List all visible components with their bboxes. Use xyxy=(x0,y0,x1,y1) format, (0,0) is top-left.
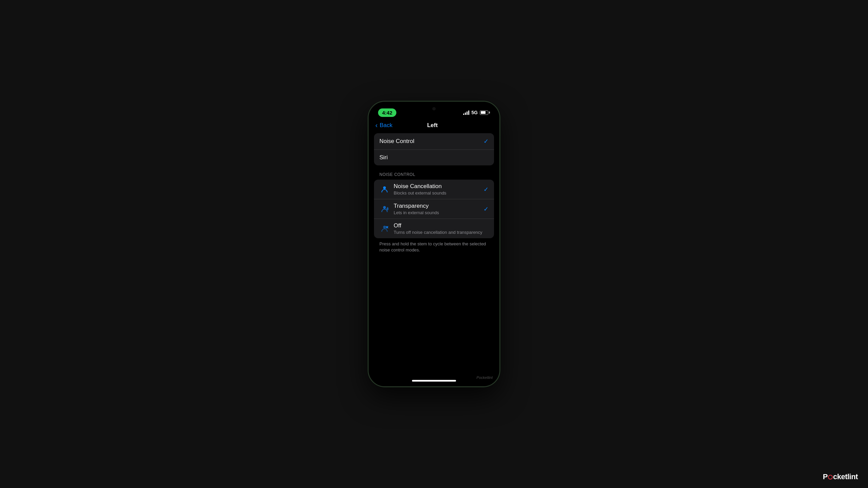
noise-control-checkmark: ✓ xyxy=(484,138,489,145)
battery-indicator xyxy=(480,110,490,115)
home-bar xyxy=(412,380,456,382)
noise-cancellation-text: Noise Cancellation Blocks out external s… xyxy=(394,183,479,196)
siri-option: Siri xyxy=(379,154,388,161)
camera-notch xyxy=(432,107,436,110)
transparency-title: Transparency xyxy=(394,203,479,209)
status-right: 5G xyxy=(463,110,490,115)
battery-fill xyxy=(481,111,486,114)
off-desc: Turns off noise cancellation and transpa… xyxy=(394,230,489,235)
back-chevron-icon: ‹ xyxy=(375,121,378,129)
o-circle-icon xyxy=(828,475,833,480)
network-label: 5G xyxy=(471,110,478,115)
off-svg xyxy=(380,224,389,233)
noise-cancellation-check: ✓ xyxy=(484,186,489,193)
status-bar: 4:42 5G xyxy=(369,102,499,119)
transparency-svg xyxy=(380,204,389,214)
noise-control-section: Noise Cancellation Blocks out external s… xyxy=(374,180,494,238)
off-title: Off xyxy=(394,222,489,229)
screen: 4:42 5G xyxy=(369,102,499,386)
page-title: Left xyxy=(392,122,472,129)
svg-point-1 xyxy=(383,206,386,209)
nav-bar: ‹ Back Left xyxy=(369,119,499,133)
content-area: Noise Control ✓ Siri NOISE CONTROL xyxy=(369,133,499,375)
back-label: Back xyxy=(380,122,393,129)
off-icon xyxy=(379,224,390,234)
signal-bars xyxy=(463,110,469,115)
phone-frame: 4:42 5G xyxy=(368,101,500,387)
list-item[interactable]: Noise Control ✓ xyxy=(374,133,494,149)
signal-bar-3 xyxy=(467,111,468,115)
battery-tip xyxy=(489,111,490,114)
svg-point-2 xyxy=(383,226,386,228)
transparency-check: ✓ xyxy=(484,205,489,213)
noise-cancellation-title: Noise Cancellation xyxy=(394,183,479,190)
transparency-desc: Lets in external sounds xyxy=(394,210,479,215)
noise-cancellation-item[interactable]: Noise Cancellation Blocks out external s… xyxy=(374,180,494,199)
list-item[interactable]: Siri xyxy=(374,149,494,165)
noise-control-section-label: NOISE CONTROL xyxy=(379,172,489,177)
off-text: Off Turns off noise cancellation and tra… xyxy=(394,222,489,235)
menu-section: Noise Control ✓ Siri xyxy=(374,133,494,165)
noise-control-option: Noise Control xyxy=(379,138,414,145)
signal-bar-1 xyxy=(463,114,464,115)
signal-bar-4 xyxy=(468,110,469,115)
noise-cancellation-icon xyxy=(379,184,390,195)
transparency-icon xyxy=(379,204,390,214)
noise-cancellation-desc: Blocks out external sounds xyxy=(394,190,479,196)
signal-bar-2 xyxy=(465,113,466,115)
battery-body xyxy=(480,110,488,115)
transparency-item[interactable]: Transparency Lets in external sounds ✓ xyxy=(374,199,494,219)
hint-text: Press and hold the stem to cycle between… xyxy=(374,238,494,253)
scene: 4:42 5G xyxy=(0,0,868,488)
transparency-text: Transparency Lets in external sounds xyxy=(394,203,479,215)
noise-cancellation-svg xyxy=(380,185,389,194)
svg-point-0 xyxy=(383,186,386,189)
off-item[interactable]: Off Turns off noise cancellation and tra… xyxy=(374,219,494,238)
pocketlint-logo: Pcketlint xyxy=(823,472,858,481)
status-time: 4:42 xyxy=(378,108,396,117)
back-button[interactable]: ‹ Back xyxy=(375,121,392,129)
phone-watermark: Pocketlint xyxy=(476,375,493,380)
